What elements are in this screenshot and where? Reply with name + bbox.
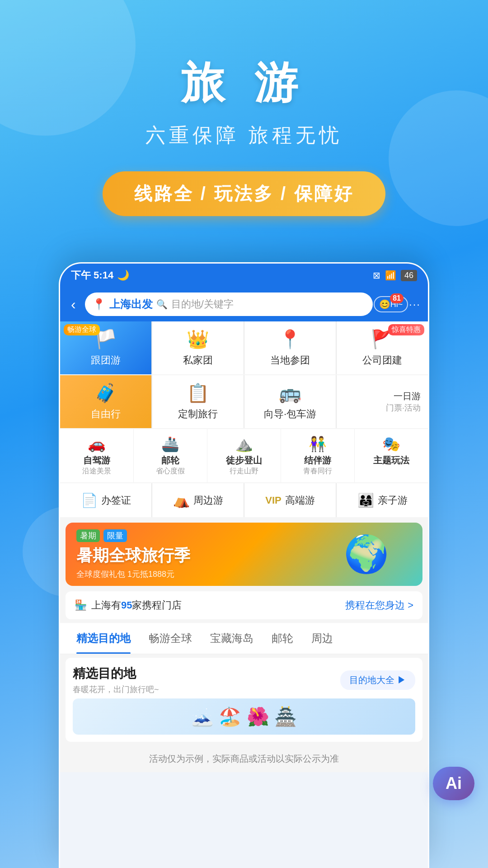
cat-group-tour[interactable]: 畅游全球 🏳️ 跟团游 [60,321,151,374]
ticket-label: 门票·活动 [386,402,421,413]
self-drive-label: 自驾游 [83,454,110,467]
tab-selected-dest[interactable]: 精选目的地 [67,623,140,654]
banner-title: 暑期全球旅行季 [76,545,321,567]
free-travel-label: 自由行 [91,407,121,421]
theme-label: 主题玩法 [373,454,409,467]
company-tour-tag: 惊喜特惠 [388,324,424,335]
custom-tour-icon: 📋 [187,382,209,404]
companion-icon: 👫 [309,435,327,453]
family-label: 亲子游 [378,494,408,507]
cat-guide-tour[interactable]: 🚌 向导·包车游 [244,375,336,428]
dest-header: 精选目的地 春暖花开，出门旅行吧~ 目的地大全 ▶ [73,665,415,695]
cat-local-tour[interactable]: 📍 当地参团 [244,321,336,374]
company-tour-label: 公司团建 [362,354,402,367]
theme-icon: 🎭 [382,435,400,453]
quick-link-visa[interactable]: 📄 办签证 [60,483,151,517]
luxury-icon: VIP [265,495,281,506]
free-travel-icon: 🧳 [94,382,117,404]
cat-cruise[interactable]: 🚢 邮轮 省心度假 [134,429,207,482]
visa-label: 办签证 [101,494,131,507]
quick-link-luxury[interactable]: VIP 高端游 [244,483,336,517]
hero-title: 旅 游 [0,54,488,113]
status-icons: ⊠ 📶 46 [373,270,417,281]
nearby-icon: ⛺ [173,492,190,508]
departure-city[interactable]: 上海出发 [109,297,153,311]
search-divider-icon: 🔍 [156,299,168,310]
banner-badge1: 暑期 [76,529,100,542]
private-tour-label: 私家团 [183,354,213,367]
cruise-icon: 🚢 [161,435,179,453]
dest-all-button[interactable]: 目的地大全 ▶ [340,670,415,690]
dest-title: 精选目的地 [73,665,159,682]
notification-badge: 81 [390,293,404,303]
group-tour-label: 跟团游 [91,354,121,367]
tab-island[interactable]: 宝藏海岛 [201,623,263,654]
banner-subtitle: 全球度假礼包 1元抵1888元 [76,569,321,580]
cruise-label: 邮轮 [161,454,179,467]
local-tour-icon: 📍 [279,329,301,350]
destination-section: 精选目的地 春暖花开，出门旅行吧~ 目的地大全 ▶ 🗻 🏖️ 🌺 🏯 [66,658,422,742]
day-tour-label: 一日游 [394,390,421,402]
tab-cruise[interactable]: 邮轮 [263,623,302,654]
tab-global-tour[interactable]: 畅游全球 [140,623,201,654]
status-time-area: 下午 5:14 🌙 [71,269,129,282]
luxury-label: 高端游 [285,494,315,507]
nearby-label: 周边游 [193,494,223,507]
cat-company-tour[interactable]: 惊喜特惠 🚩 公司团建 [337,321,428,374]
cruise-sublabel: 省心度假 [156,467,185,476]
companion-label: 结伴游 [304,454,331,467]
categories-grid-row2: 🧳 自由行 📋 定制旅行 🚌 向导·包车游 一日游 门票·活动 [60,375,428,428]
banner-badge2: 限量 [103,529,127,542]
nav-icons-area: 😊 Hi~ 81 ··· [378,292,421,316]
tabs-row: 精选目的地 畅游全球 宝藏海岛 邮轮 周边 [60,623,428,654]
search-bar[interactable]: 📍 上海出发 🔍 目的地/关键字 [85,292,373,316]
hero-subtitle: 六重保障 旅程无忧 [0,122,488,149]
cat-free-travel[interactable]: 🧳 自由行 [60,375,151,428]
hero-section: 旅 游 六重保障 旅程无忧 线路全 / 玩法多 / 保障好 [0,0,488,243]
hero-badge[interactable]: 线路全 / 玩法多 / 保障好 [103,171,386,216]
location-icon: 📍 [92,298,106,311]
store-icon: 🏪 [75,599,87,611]
store-link[interactable]: 携程在您身边 > [345,599,413,612]
dest-header-info: 精选目的地 春暖花开，出门旅行吧~ [73,665,159,695]
phone-mockup: 下午 5:14 🌙 ⊠ 📶 46 ‹ 📍 上海出发 🔍 目的地/关键字 😊 Hi… [59,262,429,868]
cat-companion[interactable]: 👫 结伴游 青春同行 [281,429,355,482]
quick-links: 📄 办签证 ⛺ 周边游 VIP 高端游 👨‍👩‍👧 亲子游 [60,483,428,517]
promo-banner[interactable]: 暑期 限量 暑期全球旅行季 全球度假礼包 1元抵1888元 🌍 [66,523,422,586]
quick-link-family[interactable]: 👨‍👩‍👧 亲子游 [337,483,428,517]
cat-custom-tour[interactable]: 📋 定制旅行 [152,375,244,428]
back-button[interactable]: ‹ [67,292,80,316]
cat-theme[interactable]: 🎭 主题玩法 [355,429,428,482]
store-info-left: 🏪 上海有95家携程门店 [75,599,182,612]
categories-grid-row1: 畅游全球 🏳️ 跟团游 👑 私家团 📍 当地参团 惊喜特惠 🚩 公司团建 [60,321,428,374]
ai-badge[interactable]: Ai [433,767,474,800]
visa-icon: 📄 [81,492,98,508]
disclaimer: 活动仅为示例，实际商品或活动以实际公示为准 [60,745,428,772]
moon-icon: 🌙 [117,269,129,281]
nav-bar: ‹ 📍 上海出发 🔍 目的地/关键字 😊 Hi~ 81 ··· [60,287,428,321]
guide-tour-icon: 🚌 [279,382,301,404]
app-content: 畅游全球 🏳️ 跟团游 👑 私家团 📍 当地参团 惊喜特惠 🚩 公司团建 [60,321,428,772]
hiking-icon: ⛰️ [235,435,253,453]
guide-tour-label: 向导·包车游 [264,407,316,421]
quick-link-nearby[interactable]: ⛺ 周边游 [152,483,244,517]
tab-nearby[interactable]: 周边 [302,623,342,654]
hiking-sublabel: 行走山野 [230,467,258,476]
hiking-label: 徒步登山 [226,454,262,467]
wifi-icon: 📶 [385,270,396,281]
search-placeholder-text: 目的地/关键字 [171,297,234,311]
cat-day-tour[interactable]: 一日游 门票·活动 [337,375,428,428]
cat-self-drive[interactable]: 🚗 自驾游 沿途美景 [60,429,134,482]
family-icon: 👨‍👩‍👧 [357,492,374,508]
banner-text: 暑期 限量 暑期全球旅行季 全球度假礼包 1元抵1888元 [76,529,321,580]
cat-private-tour[interactable]: 👑 私家团 [152,321,244,374]
hi-button[interactable]: 😊 Hi~ 81 [378,292,404,316]
private-tour-icon: 👑 [187,329,209,350]
dest-preview: 🗻 🏖️ 🌺 🏯 [73,698,415,735]
row-categories: 🚗 自驾游 沿途美景 🚢 邮轮 省心度假 ⛰️ 徒步登山 行走山野 👫 结伴游 … [60,429,428,482]
more-button[interactable]: ··· [409,298,421,311]
signal-icon: ⊠ [373,270,380,281]
local-tour-label: 当地参团 [270,354,310,367]
cat-hiking[interactable]: ⛰️ 徒步登山 行走山野 [207,429,281,482]
battery-icon: 46 [401,270,417,281]
